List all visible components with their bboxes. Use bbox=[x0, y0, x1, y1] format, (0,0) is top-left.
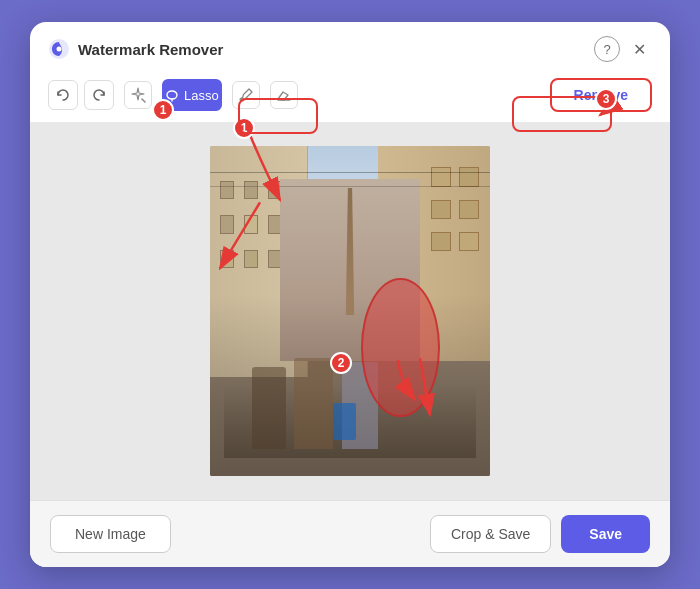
selection-overlay bbox=[361, 278, 439, 417]
undo-icon bbox=[56, 88, 70, 102]
badge-2-container: 2 bbox=[330, 352, 352, 374]
svg-point-4 bbox=[240, 98, 244, 101]
canvas-area[interactable]: 2 bbox=[30, 122, 670, 500]
redo-button[interactable] bbox=[84, 80, 114, 110]
brush-icon bbox=[238, 87, 254, 103]
brush-tool-button[interactable] bbox=[232, 81, 260, 109]
photo bbox=[210, 146, 490, 476]
app-icon bbox=[48, 38, 70, 60]
badge-2: 2 bbox=[330, 352, 352, 374]
title-actions: ? ✕ bbox=[594, 36, 652, 62]
lasso-wrapper: Lasso 1 bbox=[162, 79, 222, 111]
image-container bbox=[210, 146, 490, 476]
badge-1-container: 1 bbox=[152, 99, 174, 121]
remove-wrapper: Remove bbox=[550, 78, 652, 112]
app-window: Watermark Remover ? ✕ bbox=[30, 22, 670, 567]
title-bar: Watermark Remover ? ✕ bbox=[30, 22, 670, 72]
remove-button[interactable]: Remove bbox=[550, 78, 652, 112]
footer: New Image Crop & Save Save bbox=[30, 500, 670, 567]
badge-1: 1 bbox=[152, 99, 174, 121]
svg-point-3 bbox=[167, 91, 177, 99]
toolbar-nav bbox=[48, 80, 114, 110]
svg-line-2 bbox=[142, 99, 145, 102]
wand-icon bbox=[130, 87, 146, 103]
eraser-tool-button[interactable] bbox=[270, 81, 298, 109]
undo-button[interactable] bbox=[48, 80, 78, 110]
toolbar: Lasso 1 Remove bbox=[30, 72, 670, 122]
app-title: Watermark Remover bbox=[78, 41, 586, 58]
crowd bbox=[210, 295, 490, 477]
redo-icon bbox=[92, 88, 106, 102]
save-button[interactable]: Save bbox=[561, 515, 650, 553]
wand-tool-button[interactable] bbox=[124, 81, 152, 109]
svg-point-1 bbox=[57, 47, 62, 52]
footer-right: Crop & Save Save bbox=[430, 515, 650, 553]
help-button[interactable]: ? bbox=[594, 36, 620, 62]
crop-save-button[interactable]: Crop & Save bbox=[430, 515, 551, 553]
close-button[interactable]: ✕ bbox=[626, 36, 652, 62]
new-image-button[interactable]: New Image bbox=[50, 515, 171, 553]
eraser-icon bbox=[276, 87, 292, 103]
